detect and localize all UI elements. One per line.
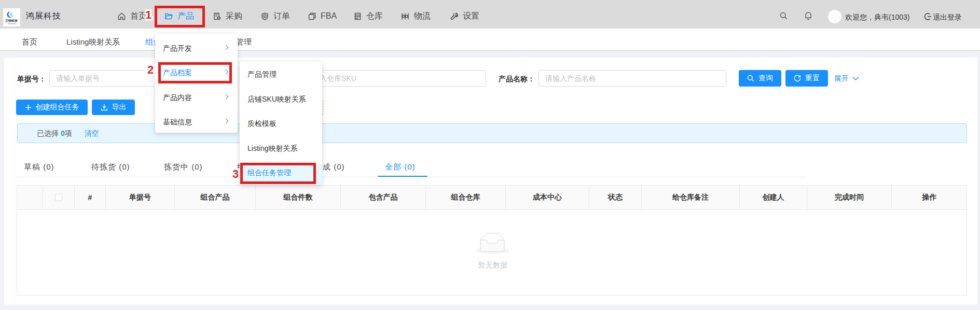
svg-text:兰特科技: 兰特科技 (5, 19, 18, 23)
